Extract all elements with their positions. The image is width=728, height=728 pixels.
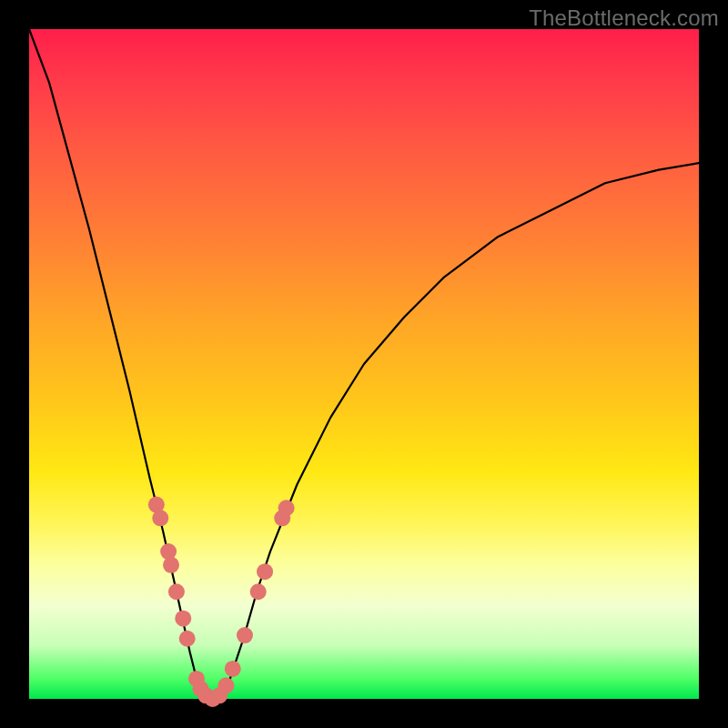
marker-dot [163,557,179,573]
chart-frame: TheBottleneck.com [0,0,728,728]
marker-dot [179,631,196,647]
marker-dot [152,510,168,526]
marker-dot [257,563,273,580]
marker-dot [217,677,234,693]
marker-dots-group [148,497,295,707]
watermark-text: TheBottleneck.com [529,5,719,31]
plot-area [29,29,699,699]
bottleneck-curve [29,29,699,699]
marker-dot [278,500,295,516]
marker-dot [175,611,191,627]
marker-dot [225,661,241,677]
marker-dot [168,583,185,600]
marker-dot [250,583,267,600]
marker-dot [237,627,253,643]
plot-svg [29,29,699,699]
